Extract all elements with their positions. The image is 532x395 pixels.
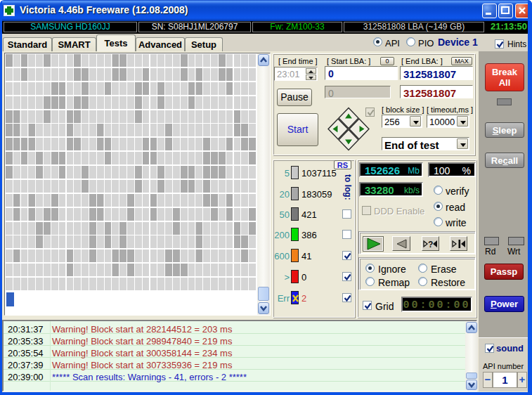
svg-text:?: ? xyxy=(428,240,433,249)
